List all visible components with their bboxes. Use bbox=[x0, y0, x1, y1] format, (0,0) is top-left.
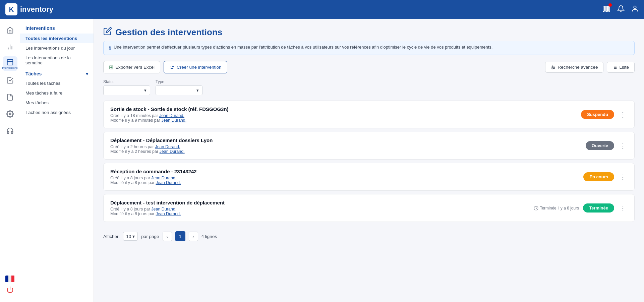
intervention-card-4: Déplacement - test intervention de dépla… bbox=[103, 194, 635, 222]
filters: Statut ▾ Type ▾ bbox=[103, 79, 635, 95]
filter-type-select[interactable]: ▾ bbox=[156, 85, 202, 95]
svg-rect-2 bbox=[606, 6, 607, 11]
card-content-3: Réception de commande - 23143242 Créé il… bbox=[110, 169, 197, 185]
export-excel-button[interactable]: ⊞ Exporter vers Excel bbox=[103, 61, 160, 73]
page-1-button[interactable]: 1 bbox=[175, 231, 185, 241]
total-lines: 4 lignes bbox=[201, 234, 217, 239]
svg-rect-0 bbox=[603, 6, 604, 11]
card-modifier-link-4[interactable]: Jean Durand. bbox=[156, 212, 181, 216]
sidebar-item-interventions[interactable]: Interventions bbox=[3, 56, 17, 71]
info-text: Une intervention permet d'effectuer plus… bbox=[114, 45, 492, 50]
filter-type-label: Type bbox=[156, 79, 202, 84]
status-badge-3: En cours bbox=[583, 172, 614, 181]
main-layout: Interventions bbox=[0, 19, 644, 302]
per-page-select[interactable]: 10 ▾ bbox=[123, 232, 138, 241]
sidebar-item-home[interactable] bbox=[3, 23, 17, 38]
power-button[interactable] bbox=[6, 286, 14, 295]
page-header: Gestion des interventions bbox=[103, 27, 635, 38]
nav-item-toutes-interventions[interactable]: Toutes les interventions bbox=[20, 34, 94, 43]
notification-bell-icon[interactable] bbox=[617, 5, 625, 14]
create-icon: 🗂 bbox=[169, 64, 175, 70]
card-meta-created-2: Créé il y a 2 heures par Jean Durand. bbox=[110, 144, 213, 149]
svg-rect-1 bbox=[605, 6, 605, 11]
card-modifier-link-3[interactable]: Jean Durand. bbox=[156, 180, 181, 185]
user-profile-icon[interactable] bbox=[631, 5, 639, 14]
filter-statut-label: Statut bbox=[103, 79, 150, 84]
card-meta-modified-4: Modifié il y a 8 jours par Jean Durand. bbox=[110, 212, 225, 216]
status-badge-1: Suspendu bbox=[581, 110, 614, 119]
card-creator-link-1[interactable]: Jean Durand. bbox=[159, 113, 184, 118]
card-right-1: Suspendu ⋮ bbox=[581, 109, 628, 120]
barcode-badge: • bbox=[608, 3, 612, 7]
card-modifier-link-1[interactable]: Jean Durand. bbox=[161, 118, 186, 123]
nav-item-interventions-semaine[interactable]: Les interventions de la semaine bbox=[20, 53, 94, 68]
left-navigation: Interventions Toutes les interventions L… bbox=[20, 19, 94, 302]
card-title-1: Sortie de stock - Sortie de stock (réf. … bbox=[110, 106, 229, 112]
icon-sidebar: Interventions bbox=[0, 19, 20, 302]
language-flag[interactable] bbox=[5, 276, 15, 283]
more-options-button-2[interactable]: ⋮ bbox=[618, 140, 628, 151]
advanced-search-button[interactable]: Recherche avancée bbox=[545, 62, 603, 73]
left-nav-section-title: Interventions bbox=[20, 24, 94, 34]
svg-rect-3 bbox=[607, 6, 608, 11]
info-icon: ℹ bbox=[109, 45, 111, 51]
sidebar-item-tasks-check[interactable] bbox=[3, 73, 17, 88]
card-creator-link-4[interactable]: Jean Durand. bbox=[151, 207, 176, 212]
card-creator-link-3[interactable]: Jean Durand. bbox=[151, 176, 176, 180]
svg-point-19 bbox=[553, 67, 554, 68]
chevron-down-statut-icon: ▾ bbox=[144, 88, 147, 93]
nav-item-interventions-jour[interactable]: Les interventions du jour bbox=[20, 43, 94, 53]
interventions-list: Sortie de stock - Sortie de stock (réf. … bbox=[103, 101, 635, 222]
card-creator-link-2[interactable]: Jean Durand. bbox=[155, 144, 180, 149]
sidebar-bottom bbox=[5, 276, 15, 298]
nav-group-taches[interactable]: Tâches ▾ bbox=[20, 68, 94, 78]
per-page-chevron-icon: ▾ bbox=[132, 234, 135, 239]
card-content-2: Déplacement - Déplacement dossiers Lyon … bbox=[110, 137, 213, 154]
svg-rect-4 bbox=[609, 6, 610, 11]
more-options-button-1[interactable]: ⋮ bbox=[618, 109, 628, 120]
sidebar-item-analytics[interactable] bbox=[3, 40, 17, 54]
card-meta-created-3: Créé il y a 8 jours par Jean Durand. bbox=[110, 176, 197, 180]
top-navbar: K inventory • bbox=[0, 0, 644, 19]
list-view-button[interactable]: Liste bbox=[607, 62, 635, 73]
more-options-button-3[interactable]: ⋮ bbox=[618, 172, 628, 182]
afficher-label: Afficher: bbox=[103, 234, 120, 239]
create-intervention-button[interactable]: 🗂 Créer une intervention bbox=[164, 61, 227, 73]
card-meta-created-1: Créé il y a 18 minutes par Jean Durand. bbox=[110, 113, 229, 118]
status-badge-4: Terminée bbox=[583, 203, 614, 213]
card-title-4: Déplacement - test intervention de dépla… bbox=[110, 200, 225, 205]
sidebar-item-interventions-label: Interventions bbox=[2, 66, 18, 69]
topnav-right: • bbox=[602, 5, 639, 14]
nav-item-mes-taches[interactable]: Mes tâches bbox=[20, 98, 94, 108]
page-title-icon bbox=[103, 27, 112, 38]
toolbar-left: ⊞ Exporter vers Excel 🗂 Créer une interv… bbox=[103, 61, 227, 73]
info-banner: ℹ Une intervention permet d'effectuer pl… bbox=[103, 41, 635, 55]
filter-type-group: Type ▾ bbox=[156, 79, 202, 95]
sidebar-item-settings[interactable] bbox=[3, 107, 17, 121]
page-prev-button[interactable]: ‹ bbox=[163, 232, 172, 241]
sidebar-item-support[interactable] bbox=[3, 123, 17, 138]
page-title: Gestion des interventions bbox=[115, 27, 222, 38]
chevron-down-type-icon: ▾ bbox=[196, 88, 199, 93]
nav-item-taches-non-assignees[interactable]: Tâches non assignées bbox=[20, 108, 94, 117]
barcode-icon[interactable]: • bbox=[602, 5, 610, 14]
app-logo[interactable]: K inventory bbox=[5, 3, 53, 15]
par-page-label: par page bbox=[141, 234, 159, 239]
svg-point-20 bbox=[552, 68, 553, 69]
per-page-value: 10 bbox=[126, 234, 131, 239]
card-meta-modified-3: Modifié il y a 8 jours par Jean Durand. bbox=[110, 180, 197, 185]
sidebar-item-documents[interactable] bbox=[3, 90, 17, 105]
svg-rect-9 bbox=[7, 59, 13, 65]
card-modifier-link-2[interactable]: Jean Durand. bbox=[160, 149, 185, 154]
nav-item-mes-taches-faire[interactable]: Mes tâches à faire bbox=[20, 88, 94, 98]
list-icon bbox=[612, 65, 617, 70]
nav-item-toutes-taches[interactable]: Toutes les tâches bbox=[20, 78, 94, 88]
sliders-icon bbox=[551, 65, 555, 70]
card-content-4: Déplacement - test intervention de dépla… bbox=[110, 200, 225, 216]
intervention-card-3: Réception de commande - 23143242 Créé il… bbox=[103, 163, 635, 191]
filter-statut-select[interactable]: ▾ bbox=[103, 85, 150, 95]
app-name: inventory bbox=[20, 5, 53, 14]
svg-point-18 bbox=[552, 66, 553, 67]
more-options-button-4[interactable]: ⋮ bbox=[618, 203, 628, 214]
page-next-button[interactable]: › bbox=[189, 232, 198, 241]
